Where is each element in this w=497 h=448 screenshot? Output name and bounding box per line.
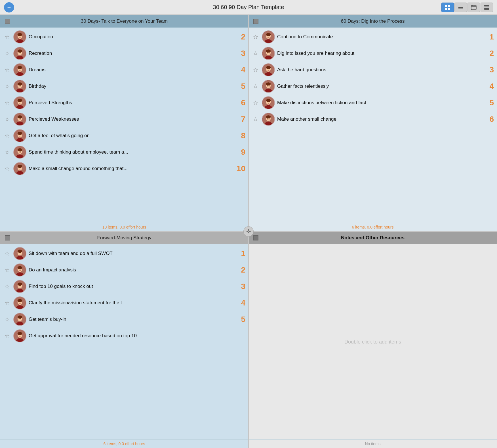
item-label: Make another small change xyxy=(277,116,481,122)
list-item[interactable]: ☆ Gather facts relentlessly4 xyxy=(249,78,497,95)
item-label: Continue to Communicate xyxy=(277,34,481,40)
q4-body[interactable]: Double click to add items xyxy=(249,244,497,439)
grid-divider-handle[interactable]: ✛ xyxy=(243,226,254,236)
star-icon[interactable]: ☆ xyxy=(3,33,11,41)
list-item[interactable]: ☆ Do an Impact analysis2 xyxy=(0,262,248,278)
list-item[interactable]: ☆ Dreams4 xyxy=(0,62,248,78)
q3-checkbox[interactable] xyxy=(5,235,10,240)
star-icon[interactable]: ☆ xyxy=(3,99,11,107)
q2-checkbox[interactable] xyxy=(253,19,258,24)
star-icon[interactable]: ☆ xyxy=(3,299,11,307)
avatar xyxy=(13,296,26,309)
list-item[interactable]: ☆ Ask the hard questions3 xyxy=(249,62,497,78)
star-icon[interactable]: ☆ xyxy=(3,282,11,290)
item-label: Make distinctions between fiction and fa… xyxy=(277,100,481,106)
star-icon[interactable]: ☆ xyxy=(3,332,11,340)
list-item[interactable]: ☆ Dig into issed you are hearing about2 xyxy=(249,45,497,62)
star-icon[interactable]: ☆ xyxy=(3,250,11,258)
avatar xyxy=(262,47,275,60)
star-icon[interactable]: ☆ xyxy=(3,115,11,123)
item-number: 4 xyxy=(235,65,245,74)
svg-rect-0 xyxy=(445,5,447,7)
list-item[interactable]: ☆ Make distinctions between fiction and … xyxy=(249,95,497,111)
item-number: 8 xyxy=(235,131,245,140)
svg-rect-14 xyxy=(484,9,489,10)
svg-rect-2 xyxy=(445,8,447,10)
svg-point-110 xyxy=(18,250,22,253)
star-icon[interactable]: ☆ xyxy=(3,266,11,274)
star-icon[interactable]: ☆ xyxy=(252,115,260,123)
quadrant-60days: 60 Days: Dig Into the Process ☆ Continue… xyxy=(248,15,497,231)
svg-point-56 xyxy=(18,132,22,135)
list-item[interactable]: ☆ Occupation2 xyxy=(0,29,248,45)
star-icon[interactable]: ☆ xyxy=(252,82,260,90)
q3-title: Forward-Moving Strategy xyxy=(97,235,151,241)
svg-point-20 xyxy=(18,33,22,36)
list-item[interactable]: ☆ Make a small change around something t… xyxy=(0,160,248,177)
list-item[interactable]: ☆ Birthday5 xyxy=(0,78,248,95)
list-item[interactable]: ☆ Get team's buy-in5 xyxy=(0,311,248,328)
q1-checkbox[interactable] xyxy=(5,19,10,24)
star-icon[interactable]: ☆ xyxy=(3,315,11,323)
q1-footer: 10 items, 0.0 effort hours xyxy=(0,223,248,231)
avatar xyxy=(13,80,26,93)
list-item[interactable]: ☆ Find top 10 goals to knock out3 xyxy=(0,278,248,295)
svg-point-50 xyxy=(18,115,22,118)
star-icon[interactable]: ☆ xyxy=(3,148,11,156)
avatar xyxy=(13,280,26,293)
star-icon[interactable]: ☆ xyxy=(3,82,11,90)
star-icon[interactable]: ☆ xyxy=(252,66,260,74)
item-label: Clarify the mission/vision statement for… xyxy=(29,300,233,306)
avatar xyxy=(13,162,26,175)
item-label: Make a small change around something tha… xyxy=(29,166,233,171)
list-item[interactable]: ☆ Recreation3 xyxy=(0,45,248,62)
list-item[interactable]: ☆ Get a feel of what's going on8 xyxy=(0,127,248,144)
list-item[interactable]: ☆ Percieved Weaknesses7 xyxy=(0,111,248,127)
item-label: Get a feel of what's going on xyxy=(29,133,233,139)
item-label: Ask the hard questions xyxy=(277,67,481,73)
svg-point-134 xyxy=(18,315,22,319)
avatar xyxy=(13,129,26,142)
item-label: Sit down with team and do a full SWOT xyxy=(29,251,233,256)
star-icon[interactable]: ☆ xyxy=(252,49,260,57)
list-item[interactable]: ☆ Continue to Communicate1 xyxy=(249,29,497,45)
item-label: Dig into issed you are hearing about xyxy=(277,51,481,56)
avatar xyxy=(262,30,275,43)
item-number: 2 xyxy=(235,265,245,275)
star-icon[interactable]: ☆ xyxy=(252,99,260,107)
item-label: Get team's buy-in xyxy=(29,317,233,322)
svg-point-98 xyxy=(266,99,271,102)
q4-checkbox[interactable] xyxy=(253,235,258,240)
item-label: Dreams xyxy=(29,67,233,73)
star-icon[interactable]: ☆ xyxy=(3,66,11,74)
item-number: 5 xyxy=(235,315,245,324)
item-label: Gather facts relentlessly xyxy=(277,83,481,89)
list-view-button[interactable] xyxy=(454,3,467,12)
quadrant-60days-header: 60 Days: Dig Into the Process xyxy=(249,15,497,28)
list-item[interactable]: ☆ Make another small change6 xyxy=(249,111,497,127)
star-icon[interactable]: ☆ xyxy=(3,132,11,140)
list-item[interactable]: ☆ Get approval for needed resource based… xyxy=(0,328,248,344)
add-button[interactable]: + xyxy=(4,2,14,12)
calendar-view-button[interactable] xyxy=(467,3,480,12)
avatar xyxy=(13,146,26,159)
item-number: 5 xyxy=(484,98,494,107)
list-item[interactable]: ☆ Sit down with team and do a full SWOT1 xyxy=(0,245,248,262)
item-label: Get approval for needed resource based o… xyxy=(29,333,233,339)
list-item[interactable]: ☆ Percieved Strengths6 xyxy=(0,95,248,111)
detail-view-button[interactable] xyxy=(481,3,493,12)
list-item[interactable]: ☆ Spend time thinking about employee, te… xyxy=(0,144,248,160)
star-icon[interactable]: ☆ xyxy=(3,165,11,173)
svg-point-116 xyxy=(18,266,22,269)
toolbar xyxy=(441,3,493,12)
star-icon[interactable]: ☆ xyxy=(3,49,11,57)
star-icon[interactable]: ☆ xyxy=(252,33,260,41)
grid-view-button[interactable] xyxy=(441,3,454,12)
svg-rect-3 xyxy=(448,8,450,10)
item-number: 4 xyxy=(235,298,245,307)
avatar xyxy=(13,30,26,43)
list-item[interactable]: ☆ Clarify the mission/vision statement f… xyxy=(0,295,248,311)
svg-point-74 xyxy=(266,33,271,36)
item-number: 7 xyxy=(235,115,245,124)
avatar xyxy=(13,247,26,260)
